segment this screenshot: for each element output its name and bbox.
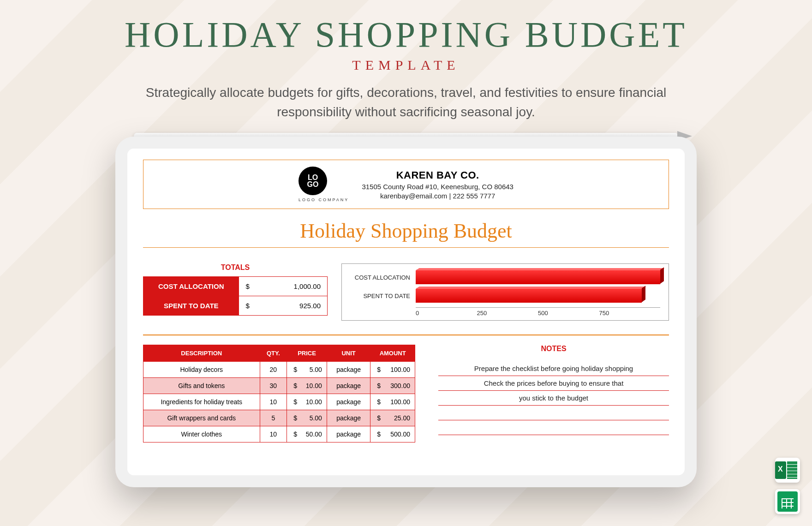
items-header: DESCRIPTION <box>143 345 260 361</box>
items-table: DESCRIPTIONQTY.PRICEUNITAMOUNT Holiday d… <box>143 345 415 442</box>
table-row: Holiday decors20$5.00package$100.00 <box>143 361 415 377</box>
document-title: Holiday Shopping Budget <box>143 219 669 248</box>
chart-bar-label: COST ALLOCATION <box>350 274 410 281</box>
divider <box>143 335 669 335</box>
chart-tick: 250 <box>477 310 538 317</box>
items-header: QTY. <box>260 345 287 361</box>
chart-bar <box>416 289 642 303</box>
item-desc: Gifts and tokens <box>143 377 260 394</box>
item-price: $5.00 <box>287 410 327 426</box>
chart-tick: 500 <box>538 310 599 317</box>
chart-tick: 0 <box>416 310 477 317</box>
note-line: you stick to the budget <box>438 391 669 406</box>
company-info: KAREN BAY CO. 31505 County Road #10, Kee… <box>362 169 513 200</box>
item-amount: $100.00 <box>370 394 415 410</box>
items-header: UNIT <box>327 345 370 361</box>
sub-title: TEMPLATE <box>0 57 812 73</box>
bottom-row: DESCRIPTIONQTY.PRICEUNITAMOUNT Holiday d… <box>143 345 669 442</box>
totals-key: COST ALLOCATION <box>143 277 239 296</box>
excel-icon[interactable] <box>775 458 800 483</box>
item-unit: package <box>327 410 370 426</box>
item-amount: $500.00 <box>370 426 415 442</box>
item-qty: 20 <box>260 361 287 377</box>
item-amount: $25.00 <box>370 410 415 426</box>
note-line <box>438 406 669 420</box>
note-line <box>438 420 669 435</box>
item-price: $50.00 <box>287 426 327 442</box>
item-unit: package <box>327 426 370 442</box>
item-desc: Ingredients for holiday treats <box>143 394 260 410</box>
page-content: HOLIDAY SHOPPING BUDGET TEMPLATE Strateg… <box>0 0 812 487</box>
logo-text-top: LO <box>308 174 318 181</box>
notes-block: NOTES Prepare the checklist before going… <box>438 345 669 442</box>
company-name: KAREN BAY CO. <box>362 169 513 181</box>
totals-label: TOTALS <box>143 263 328 272</box>
item-desc: Gift wrappers and cards <box>143 410 260 426</box>
item-amount: $100.00 <box>370 361 415 377</box>
item-price: $10.00 <box>287 394 327 410</box>
note-line: Prepare the checklist before going holid… <box>438 361 669 376</box>
item-qty: 10 <box>260 426 287 442</box>
item-amount: $300.00 <box>370 377 415 394</box>
item-qty: 30 <box>260 377 287 394</box>
item-unit: package <box>327 394 370 410</box>
table-row: Gifts and tokens30$10.00package$300.00 <box>143 377 415 394</box>
totals-value: $1,000.00 <box>239 277 328 296</box>
table-row: Gift wrappers and cards5$5.00package$25.… <box>143 410 415 426</box>
tagline: Strategically allocate budgets for gifts… <box>125 83 687 122</box>
totals-table: COST ALLOCATION$1,000.00SPENT TO DATE$92… <box>143 276 328 316</box>
logo-subtext: LOGO COMPANY <box>299 197 349 202</box>
app-icons <box>775 458 800 514</box>
item-qty: 10 <box>260 394 287 410</box>
totals-key: SPENT TO DATE <box>143 296 239 316</box>
logo-text-bot: GO <box>307 181 319 188</box>
chart-tick: 750 <box>599 310 661 317</box>
chart-bar-label: SPENT TO DATE <box>350 293 410 299</box>
company-header: LO GO LOGO COMPANY KAREN BAY CO. 31505 C… <box>143 160 669 209</box>
company-contact: karenbay@email.com | 222 555 7777 <box>362 192 513 200</box>
chart-axis: 0250500750 <box>416 307 660 317</box>
google-sheets-icon[interactable] <box>775 489 800 514</box>
items-header: AMOUNT <box>370 345 415 361</box>
company-address: 31505 County Road #10, Keenesburg, CO 80… <box>362 183 513 191</box>
item-desc: Winter clothes <box>143 426 260 442</box>
notes-title: NOTES <box>438 345 669 353</box>
logo-icon: LO GO <box>299 167 327 195</box>
logo-wrap: LO GO LOGO COMPANY <box>299 167 349 202</box>
item-price: $5.00 <box>287 361 327 377</box>
items-header: PRICE <box>287 345 327 361</box>
item-unit: package <box>327 361 370 377</box>
item-price: $10.00 <box>287 377 327 394</box>
totals-block: TOTALS COST ALLOCATION$1,000.00SPENT TO … <box>143 263 328 316</box>
main-title: HOLIDAY SHOPPING BUDGET <box>0 14 812 55</box>
note-line: Check the prices before buying to ensure… <box>438 376 669 391</box>
mid-row: TOTALS COST ALLOCATION$1,000.00SPENT TO … <box>143 263 669 321</box>
tablet-frame: LO GO LOGO COMPANY KAREN BAY CO. 31505 C… <box>115 137 697 487</box>
chart-bar <box>416 270 660 284</box>
item-qty: 5 <box>260 410 287 426</box>
table-row: Ingredients for holiday treats10$10.00pa… <box>143 394 415 410</box>
item-unit: package <box>327 377 370 394</box>
tablet-screen: LO GO LOGO COMPANY KAREN BAY CO. 31505 C… <box>127 149 685 475</box>
totals-value: $925.00 <box>239 296 328 316</box>
totals-chart: COST ALLOCATIONSPENT TO DATE 0250500750 <box>341 263 669 321</box>
table-row: Winter clothes10$50.00package$500.00 <box>143 426 415 442</box>
item-desc: Holiday decors <box>143 361 260 377</box>
